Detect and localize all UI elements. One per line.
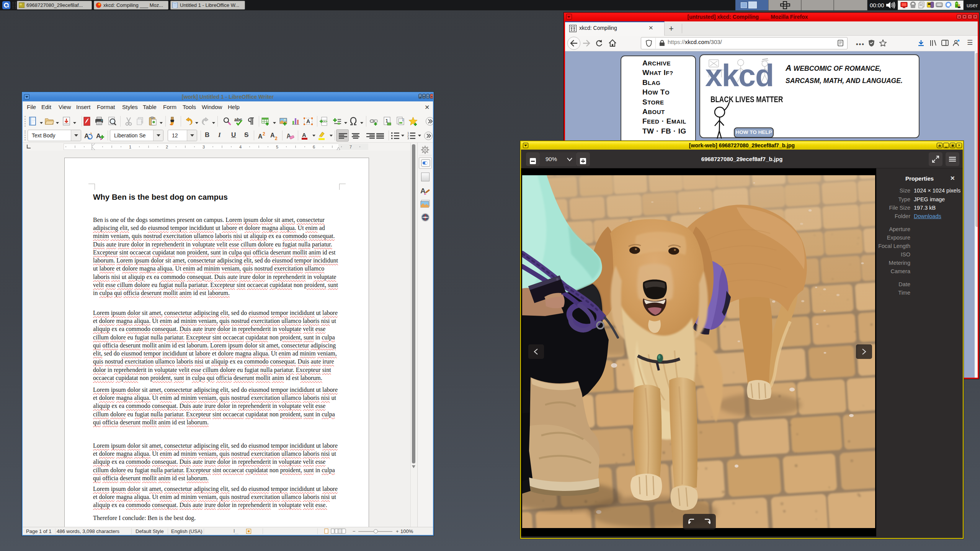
- svg-text:3: 3: [407, 137, 409, 140]
- svg-text:A: A: [258, 133, 263, 140]
- svg-text:6: 6: [313, 145, 315, 149]
- svg-text:A: A: [96, 132, 101, 140]
- svg-text:2: 2: [275, 136, 278, 141]
- svg-text:2: 2: [263, 131, 265, 137]
- svg-text:1: 1: [129, 145, 131, 149]
- svg-text:A: A: [270, 132, 275, 139]
- svg-text:A: A: [306, 118, 310, 124]
- svg-text:i: i: [402, 118, 403, 122]
- svg-text:5: 5: [276, 145, 278, 149]
- svg-text:3: 3: [203, 145, 205, 149]
- svg-text:4: 4: [239, 145, 242, 149]
- svg-text:2: 2: [166, 145, 168, 149]
- svg-text:7: 7: [350, 145, 352, 149]
- svg-text:A: A: [302, 132, 306, 138]
